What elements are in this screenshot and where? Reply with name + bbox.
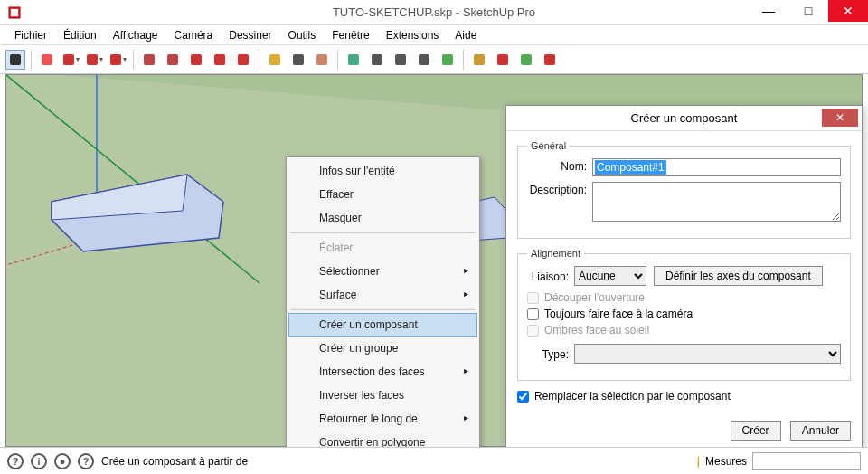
context-menu: Infos sur l'entitéEffacerMasquerÉclaterS… — [286, 156, 480, 474]
context-item-intersection-des-faces[interactable]: Intersection des faces▸ — [288, 360, 477, 384]
context-item-retourner-le-long-de[interactable]: Retourner le long de▸ — [288, 407, 477, 431]
context-item-inverser-les-faces[interactable]: Inverser les faces — [288, 384, 477, 407]
person-icon[interactable]: ● — [54, 453, 71, 469]
svg-rect-12 — [269, 54, 280, 65]
name-label: Nom: — [527, 158, 592, 173]
move-tool[interactable] — [186, 50, 206, 70]
outliner-tool[interactable] — [493, 50, 513, 70]
menu-outils[interactable]: Outils — [281, 27, 324, 43]
eraser-tool[interactable] — [37, 50, 57, 70]
replace-selection-checkbox[interactable] — [517, 391, 529, 403]
svg-rect-9 — [191, 54, 202, 65]
svg-rect-3 — [42, 54, 52, 65]
scenes-tool[interactable] — [516, 50, 536, 70]
context-item-surface[interactable]: Surface▸ — [288, 283, 477, 307]
paint-tool[interactable] — [312, 50, 332, 70]
context-item-masquer[interactable]: Masquer — [288, 206, 477, 230]
face-camera-label: Toujours faire face à la caméra — [544, 308, 693, 320]
close-button[interactable]: ✕ — [828, 0, 868, 22]
pushpull-tool[interactable] — [139, 50, 159, 70]
offset-tool[interactable] — [163, 50, 183, 70]
measure-label: Mesures — [705, 455, 747, 468]
svg-rect-16 — [372, 54, 382, 65]
face-camera-checkbox[interactable] — [527, 308, 539, 320]
create-button[interactable]: Créer — [731, 421, 781, 441]
type-label: Type: — [527, 346, 574, 361]
description-label: Description: — [527, 182, 592, 196]
name-input[interactable]: Composant#1 — [595, 160, 666, 175]
cut-opening-label: Découper l'ouverture — [544, 291, 645, 304]
svg-rect-1 — [11, 9, 18, 16]
define-axes-button[interactable]: Définir les axes du composant — [654, 266, 823, 286]
followme-tool[interactable] — [233, 50, 253, 70]
pencil-tool[interactable]: ▾ — [61, 50, 80, 70]
svg-rect-23 — [544, 54, 555, 65]
menu-caméra[interactable]: Caméra — [167, 27, 221, 43]
svg-rect-7 — [144, 54, 155, 65]
cancel-button[interactable]: Annuler — [790, 421, 851, 441]
measure-input[interactable] — [752, 452, 861, 470]
svg-rect-14 — [316, 54, 327, 65]
cut-opening-checkbox — [527, 292, 539, 304]
context-item-effacer[interactable]: Effacer — [288, 183, 477, 206]
arc-tool[interactable]: ▾ — [84, 50, 104, 70]
alignment-legend: Alignement — [527, 248, 584, 259]
orbit-tool[interactable] — [344, 50, 363, 70]
svg-rect-19 — [442, 54, 453, 65]
menu-édition[interactable]: Édition — [56, 27, 104, 43]
rotate-tool[interactable] — [210, 50, 230, 70]
context-item-s-lectionner[interactable]: Sélectionner▸ — [288, 260, 477, 283]
zoom-extents-tool[interactable] — [414, 50, 434, 70]
svg-rect-10 — [214, 54, 225, 65]
liaison-select[interactable]: Aucune — [574, 266, 646, 286]
3d-warehouse-tool[interactable] — [540, 50, 560, 70]
general-legend: Général — [527, 140, 570, 151]
minimize-button[interactable]: — — [749, 0, 788, 22]
dialog-title: Créer un composant — [631, 111, 738, 125]
svg-rect-15 — [348, 54, 359, 65]
select-tool[interactable] — [5, 50, 25, 70]
menu-dessiner[interactable]: Dessiner — [222, 27, 278, 43]
dialog-close-button[interactable]: ✕ — [822, 109, 858, 127]
svg-rect-22 — [521, 54, 532, 65]
svg-rect-8 — [167, 54, 178, 65]
tape-tool[interactable] — [265, 50, 285, 70]
context-item--clater: Éclater — [288, 236, 477, 260]
warning-icon[interactable]: ? — [78, 453, 94, 469]
help-icon[interactable]: ? — [7, 453, 24, 469]
menu-fichier[interactable]: Fichier — [7, 27, 54, 43]
create-component-dialog: Créer un composant ✕ Général Nom: Compos… — [505, 105, 863, 450]
svg-rect-13 — [293, 54, 304, 65]
statusbar: ? i ● ? Crée un composant à partir de | … — [0, 447, 868, 474]
context-item-cr-er-un-composant[interactable]: Créer un composant — [288, 313, 477, 337]
context-item-infos-sur-l-entit-[interactable]: Infos sur l'entité — [288, 159, 477, 183]
context-item-cr-er-un-groupe[interactable]: Créer un groupe — [288, 337, 477, 360]
replace-selection-label: Remplacer la sélection par le composant — [534, 390, 731, 403]
info-icon[interactable]: i — [31, 453, 47, 469]
description-input[interactable] — [592, 182, 841, 222]
walk-tool[interactable] — [438, 50, 458, 70]
zoom-tool[interactable] — [391, 50, 410, 70]
pan-tool[interactable] — [367, 50, 387, 70]
maximize-button[interactable]: □ — [788, 0, 828, 22]
toolbar: ▾▾▾ — [0, 45, 868, 74]
svg-rect-18 — [419, 54, 429, 65]
layers-tool[interactable] — [469, 50, 489, 70]
menu-affichage[interactable]: Affichage — [106, 27, 165, 43]
shadows-sun-checkbox — [527, 325, 539, 337]
svg-rect-2 — [10, 54, 21, 65]
status-hint: Crée un composant à partir de — [101, 455, 248, 468]
menu-fenêtre[interactable]: Fenêtre — [325, 27, 376, 43]
rect-tool[interactable]: ▾ — [108, 50, 127, 70]
window-title: TUTO-SKETCHUP.skp - SketchUp Pro — [333, 5, 535, 19]
svg-rect-21 — [497, 54, 508, 65]
menu-aide[interactable]: Aide — [448, 27, 484, 43]
type-select[interactable] — [574, 344, 841, 364]
dimension-tool[interactable] — [288, 50, 308, 70]
svg-rect-11 — [238, 54, 249, 65]
menu-extensions[interactable]: Extensions — [379, 27, 447, 43]
menubar: FichierÉditionAffichageCaméraDessinerOut… — [0, 25, 868, 45]
liaison-label: Liaison: — [527, 269, 574, 283]
svg-rect-5 — [87, 54, 98, 65]
svg-rect-6 — [110, 54, 121, 65]
